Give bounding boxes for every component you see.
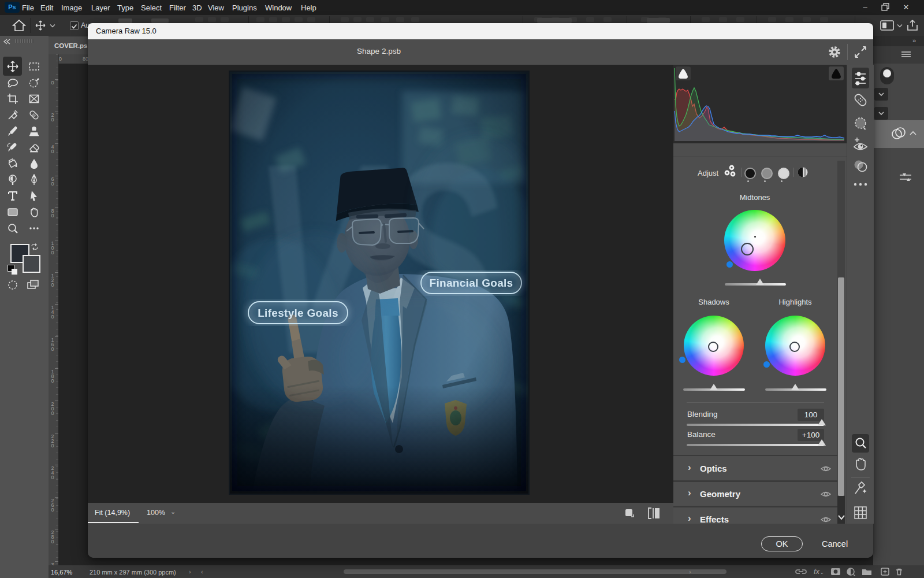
svg-text:Lifestyle Goals: Lifestyle Goals	[258, 307, 338, 319]
svg-text:Financial Goals: Financial Goals	[430, 277, 513, 289]
